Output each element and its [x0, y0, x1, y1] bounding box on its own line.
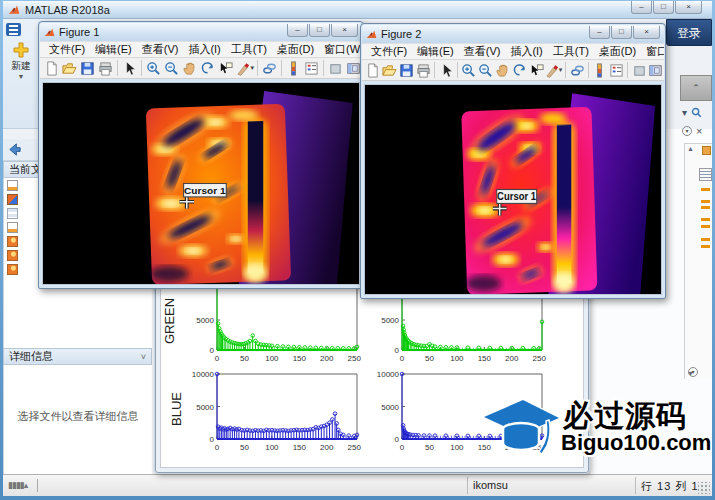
insert-colorbar-icon[interactable]	[592, 61, 608, 79]
insert-legend-icon[interactable]	[609, 61, 625, 79]
details-panel-header[interactable]: 详细信息 ˅	[3, 348, 152, 365]
chevron-down-icon: ▼	[7, 73, 35, 80]
statusbar: ▮▮▮▮▴ ikomsu 行 13 列 1	[3, 474, 712, 496]
analyzer-marker[interactable]	[701, 188, 710, 191]
open-file-icon[interactable]	[61, 59, 78, 77]
resize-grip[interactable]	[698, 482, 710, 494]
search-control[interactable]: ▾	[682, 107, 702, 118]
svg-text:Cursor 1: Cursor 1	[497, 191, 536, 202]
analyzer-marker[interactable]	[701, 238, 710, 241]
hide-plot-tools-icon[interactable]	[631, 61, 647, 79]
new-figure-icon[interactable]	[365, 61, 381, 79]
menu-item-file[interactable]: 文件(F)	[366, 44, 412, 59]
menu-item-tools[interactable]: 工具(T)	[226, 42, 272, 57]
menu-item-window[interactable]: 窗口(W)	[319, 42, 362, 57]
minimize-button[interactable]: –	[287, 24, 308, 37]
figure2-image-canvas[interactable]: Cursor 1	[364, 84, 662, 295]
svg-text:150: 150	[478, 354, 492, 363]
close-button[interactable]: ×	[633, 26, 660, 39]
menu-item-edit[interactable]: 编辑(E)	[90, 42, 137, 57]
save-figure-icon[interactable]	[79, 59, 96, 77]
edit-plot-icon[interactable]	[121, 59, 138, 77]
link-plot-icon[interactable]	[569, 61, 585, 79]
hide-plot-tools-icon[interactable]	[327, 59, 344, 77]
minimize-button[interactable]: –	[631, 1, 652, 14]
insert-legend-icon[interactable]	[303, 59, 320, 77]
analyzer-marker[interactable]	[701, 218, 710, 221]
figure1-titlebar[interactable]: Figure 1 – □ ×	[40, 23, 362, 41]
circle-arrow-icon[interactable]: ▾	[688, 367, 698, 377]
collapse-section-control[interactable]: ▾	[688, 367, 698, 377]
new-figure-icon[interactable]	[43, 59, 60, 77]
analyzer-marker[interactable]	[701, 245, 710, 248]
analyzer-marker[interactable]	[701, 206, 710, 209]
close-button[interactable]: ×	[675, 1, 702, 14]
pan-icon[interactable]	[494, 61, 510, 79]
zoom-out-icon[interactable]	[163, 59, 180, 77]
print-figure-icon[interactable]	[97, 59, 114, 77]
chevron-down-icon[interactable]: ▾	[250, 64, 254, 72]
thermal-image[interactable]: Cursor 1	[43, 83, 359, 284]
edit-plot-icon[interactable]	[438, 61, 454, 79]
link-plot-icon[interactable]	[261, 59, 278, 77]
figure1-image-canvas[interactable]: Cursor 1	[42, 82, 360, 285]
svg-text:100: 100	[265, 354, 279, 363]
maximize-button[interactable]: □	[309, 24, 330, 37]
zoom-in-icon[interactable]	[145, 59, 162, 77]
thermal-image[interactable]: Cursor 1	[365, 85, 661, 294]
menu-item-window[interactable]: 窗口(W)	[641, 44, 664, 59]
image-file-icon	[7, 264, 18, 275]
menu-icon[interactable]	[6, 23, 21, 36]
analyzer-marker[interactable]	[701, 200, 710, 203]
statusbar-splitter-widget[interactable]: ▮▮▮▮▴	[8, 479, 38, 492]
menu-item-insert[interactable]: 插入(I)	[183, 42, 225, 57]
login-button[interactable]: 登录	[666, 19, 712, 46]
menu-item-edit[interactable]: 编辑(E)	[412, 44, 459, 59]
svg-text:200: 200	[320, 354, 334, 363]
print-figure-icon[interactable]	[415, 61, 431, 79]
code-analyzer-indicator[interactable]	[702, 146, 711, 155]
chevron-down-icon[interactable]: ▾	[559, 66, 563, 74]
scroll-up-icon[interactable]: ▲	[687, 145, 694, 152]
circle-arrow-icon[interactable]: ▾	[682, 126, 692, 136]
cursor-datatip[interactable]: Cursor 1	[497, 190, 537, 204]
rotate-3d-icon[interactable]	[199, 59, 216, 77]
close-button[interactable]: ×	[331, 24, 358, 37]
pan-icon[interactable]	[181, 59, 198, 77]
save-figure-icon[interactable]	[399, 61, 415, 79]
zoom-in-icon[interactable]	[461, 61, 477, 79]
details-header-label: 详细信息	[9, 350, 53, 362]
maximize-button[interactable]: □	[611, 26, 632, 39]
message-list-icon[interactable]	[699, 168, 712, 181]
collapse-panel-button[interactable]: ⌃	[680, 75, 712, 101]
editor-scrollbar-column[interactable]: ▲ ▼	[684, 143, 712, 379]
matlab-logo-icon	[8, 4, 20, 16]
show-plot-tools-icon[interactable]	[648, 61, 664, 79]
rotate-3d-icon[interactable]	[511, 61, 527, 79]
minimize-button[interactable]: –	[589, 26, 610, 39]
new-script-button[interactable]: 新建 ▼	[7, 41, 35, 80]
menu-item-view[interactable]: 查看(V)	[459, 44, 506, 59]
close-icon[interactable]: ×	[696, 125, 702, 137]
svg-text:50: 50	[240, 443, 249, 452]
menu-item-insert[interactable]: 插入(I)	[505, 44, 547, 59]
svg-text:50: 50	[425, 443, 434, 452]
toolbar-separator	[323, 60, 324, 76]
analyzer-marker[interactable]	[701, 225, 710, 228]
maximize-button[interactable]: □	[653, 1, 674, 14]
menu-item-desktop[interactable]: 桌面(D)	[272, 42, 319, 57]
back-arrow-icon[interactable]	[7, 142, 22, 157]
panel-close-control[interactable]: ▾ ×	[682, 125, 702, 137]
menu-item-file[interactable]: 文件(F)	[44, 42, 90, 57]
menu-item-tools[interactable]: 工具(T)	[548, 44, 594, 59]
insert-colorbar-icon[interactable]	[285, 59, 302, 77]
data-cursor-icon[interactable]	[528, 61, 544, 79]
menu-item-view[interactable]: 查看(V)	[137, 42, 184, 57]
figure2-titlebar[interactable]: Figure 2 – □ ×	[362, 25, 664, 43]
data-cursor-icon[interactable]	[217, 59, 234, 77]
chevron-down-icon[interactable]: ˅	[141, 350, 146, 365]
menu-item-desktop[interactable]: 桌面(D)	[594, 44, 641, 59]
open-file-icon[interactable]	[382, 61, 398, 79]
zoom-out-icon[interactable]	[478, 61, 494, 79]
cursor-datatip[interactable]: Cursor 1	[184, 184, 227, 197]
